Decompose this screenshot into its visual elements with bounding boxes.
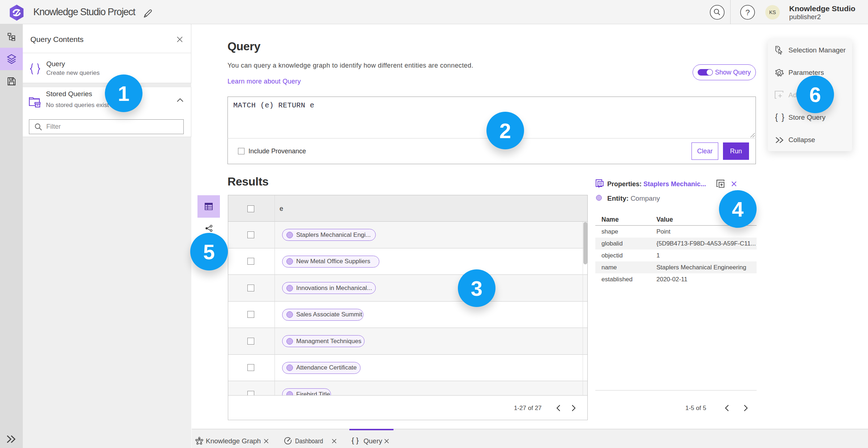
svg-text:?: ? [745, 8, 750, 17]
